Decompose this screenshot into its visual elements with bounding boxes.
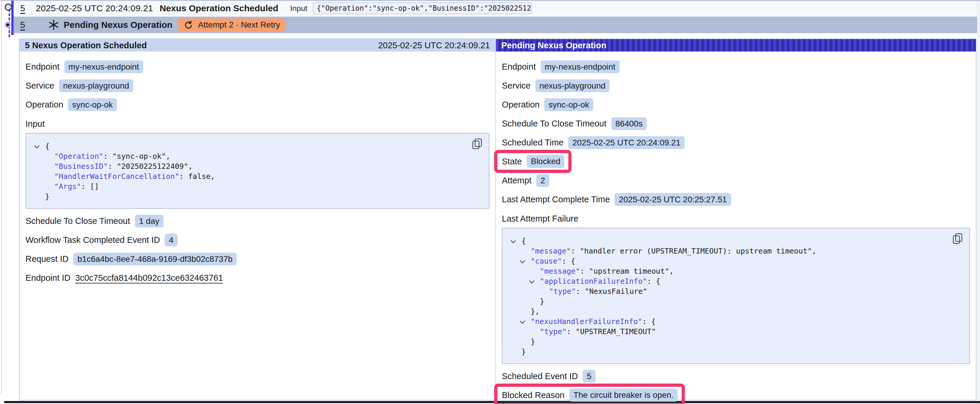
pending-operation-title: Pending Nexus Operation xyxy=(501,41,606,50)
field-row-service: Servicenexus-playground xyxy=(502,79,970,92)
json-code-line: "applicationFailureInfo": { xyxy=(503,276,969,287)
json-value-text: : false, xyxy=(179,172,215,181)
json-value-text: } xyxy=(522,347,526,356)
event-timestamp: 2025-02-25 UTC 20:24:09.21 xyxy=(36,3,153,13)
pending-operation-fields: Endpointmy-nexus-endpointServicenexus-pl… xyxy=(502,60,970,206)
field-row-schedule-to-close-timeout: Schedule To Close Timeout86400s xyxy=(502,117,970,130)
json-code-line: }, xyxy=(503,307,969,317)
json-key: "HandlerWaitForCancellation" xyxy=(54,172,179,181)
json-code-line: } xyxy=(503,337,969,347)
field-label: Blocked Reason xyxy=(502,390,565,400)
json-code-line: "Operation": "sync-op-ok", xyxy=(26,151,489,162)
event-id-link[interactable]: 5 xyxy=(20,20,25,30)
chevron-down-icon[interactable] xyxy=(520,258,525,263)
chevron-down-icon[interactable] xyxy=(520,318,525,324)
field-label: Endpoint ID xyxy=(25,273,71,282)
field-label: Request ID xyxy=(25,254,68,264)
field-value-chip: sync-op-ok xyxy=(68,98,117,111)
event-title: Nexus Operation Scheduled xyxy=(159,3,278,13)
json-code-line: "type": "NexusFailure" xyxy=(503,287,969,296)
field-row-attempt: Attempt2 xyxy=(502,174,970,187)
json-code-line: "type": "UPSTREAM_TIMEOUT" xyxy=(503,327,969,337)
field-value-chip: 86400s xyxy=(611,117,647,130)
chevron-down-icon[interactable] xyxy=(511,238,516,243)
field-value-chip: sync-op-ok xyxy=(544,98,593,111)
field-value-chip: b1c6a4bc-8ee7-468a-9169-df3b02c8737b xyxy=(73,253,237,265)
field-label: Endpoint xyxy=(502,62,536,71)
json-value-text: : "NexusFailure" xyxy=(576,287,647,296)
field-row-blocked-reason: Blocked ReasonThe circuit breaker is ope… xyxy=(502,388,970,402)
field-label: Last Attempt Complete Time xyxy=(502,195,610,204)
field-row-scheduled-time: Scheduled Time2025-02-25 UTC 20:24:09.21 xyxy=(502,136,970,149)
chevron-down-icon[interactable] xyxy=(529,278,534,284)
chevron-down-icon[interactable] xyxy=(34,143,40,148)
field-row-state: StateBlocked xyxy=(502,155,970,168)
json-code-line: "Args": [] xyxy=(26,182,489,192)
field-value-link[interactable]: 3c0c75ccfa8144b092c13ce632463761 xyxy=(75,273,223,282)
json-value-text: { xyxy=(522,237,526,245)
field-row-request-id: Request IDb1c6a4bc-8ee7-468a-9169-df3b02… xyxy=(25,252,489,266)
json-value-text: }, xyxy=(531,307,539,316)
pending-operation-fields: Scheduled Event ID5Blocked ReasonThe cir… xyxy=(502,369,970,402)
input-preview-chip[interactable]: {"Operation":"sync-op-ok","BusinessID":"… xyxy=(313,2,532,14)
json-code-line: } xyxy=(26,192,489,202)
field-row-schedule-to-close-timeout: Schedule To Close Timeout1 day xyxy=(25,214,489,228)
json-code-line: "message": "upstream timeout", xyxy=(503,266,969,276)
field-label: Service xyxy=(25,81,54,90)
json-key: "Operation" xyxy=(54,152,103,160)
field-row-operation: Operationsync-op-ok xyxy=(25,98,489,111)
field-row-workflow-task-completed-event-id: Workflow Task Completed Event ID4 xyxy=(25,233,489,247)
event-detail-header: 5 Nexus Operation Scheduled 2025-02-25 U… xyxy=(19,39,495,52)
json-code-line: "message": "handler error (UPSTREAM_TIME… xyxy=(503,246,969,256)
input-section-label: Input xyxy=(25,119,489,129)
field-row-operation: Operationsync-op-ok xyxy=(502,98,970,111)
json-key: "message" xyxy=(531,247,571,255)
field-row-endpoint: Endpointmy-nexus-endpoint xyxy=(502,60,970,73)
field-row-last-attempt-complete-time: Last Attempt Complete Time2025-02-25 UTC… xyxy=(502,193,970,206)
annotation-highlight-box: StateBlocked xyxy=(502,155,565,168)
event-detail-fields: Endpointmy-nexus-endpointServicenexus-pl… xyxy=(25,60,489,111)
json-value-text: : [] xyxy=(81,182,99,191)
json-value-text: : "handler error (UPSTREAM_TIMEOUT): ups… xyxy=(571,247,816,255)
scrollbar-gutter[interactable] xyxy=(977,1,980,404)
pending-operation-panel: Pending Nexus Operation Endpointmy-nexus… xyxy=(496,39,976,400)
field-value-chip: 5 xyxy=(582,370,596,383)
event-row-nexus-operation-scheduled[interactable]: 5 2025-02-25 UTC 20:24:09.21 Nexus Opera… xyxy=(14,1,977,16)
field-value-chip: 2025-02-25 UTC 20:25:27.51 xyxy=(614,193,731,206)
event-detail-fields: Schedule To Close Timeout1 dayWorkflow T… xyxy=(25,214,489,285)
json-value-text: : "upstream timeout", xyxy=(580,267,674,276)
json-key: "cause" xyxy=(531,257,562,265)
field-label: Endpoint xyxy=(25,62,60,71)
last-attempt-failure-label: Last Attempt Failure xyxy=(502,214,970,223)
json-value-text: } xyxy=(45,192,49,201)
json-value-text: } xyxy=(531,337,535,346)
event-id-link[interactable]: 5 xyxy=(20,3,25,13)
event-row-pending-nexus-operation[interactable]: 5 Pending Nexus Operation Attempt 2 · Ne… xyxy=(14,17,977,33)
field-value-chip: 2 xyxy=(536,174,549,187)
field-label: Operation xyxy=(502,100,539,109)
field-label: Workflow Task Completed Event ID xyxy=(25,235,160,245)
json-key: "nexusHandlerFailureInfo" xyxy=(531,317,642,326)
json-code-line: } xyxy=(503,347,969,357)
input-json-block: {"Operation": "sync-op-ok","BusinessID":… xyxy=(25,133,489,209)
event-marker-open-icon xyxy=(5,3,12,11)
json-code-line: { xyxy=(26,141,489,151)
json-value-text: : "20250225122409", xyxy=(108,162,193,171)
json-code-line: "HandlerWaitForCancellation": false, xyxy=(26,171,489,182)
json-code-line: "nexusHandlerFailureInfo": { xyxy=(503,317,969,327)
input-inline-label: Input xyxy=(290,4,307,13)
json-value-text: : { xyxy=(642,317,655,326)
field-label: Scheduled Time xyxy=(502,138,563,147)
retry-status-badge: Attempt 2 · Next Retry xyxy=(178,18,285,32)
field-label: Operation xyxy=(25,100,63,109)
field-value-chip: 1 day xyxy=(135,215,164,228)
failure-json-block: {"message": "handler error (UPSTREAM_TIM… xyxy=(502,228,970,364)
field-label: Attempt xyxy=(502,176,531,185)
field-label: State xyxy=(502,157,522,166)
json-code-line: { xyxy=(503,236,969,246)
field-value-chip: 4 xyxy=(165,234,178,246)
json-value-text: } xyxy=(540,297,544,306)
json-key: "applicationFailureInfo" xyxy=(540,277,647,285)
field-value-chip: The circuit breaker is open. xyxy=(569,388,678,402)
field-value-chip: 2025-02-25 UTC 20:24:09.21 xyxy=(568,136,684,149)
